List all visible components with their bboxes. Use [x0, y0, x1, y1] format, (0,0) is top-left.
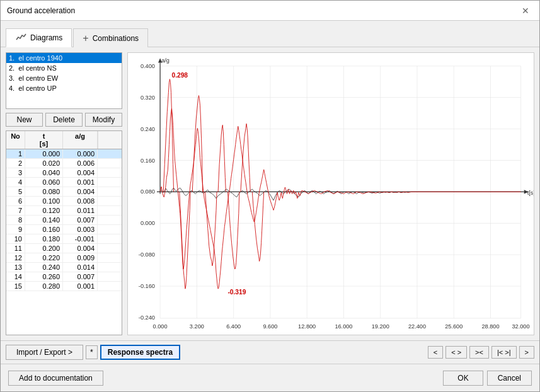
svg-rect-0 [128, 53, 534, 335]
window-title: Ground acceleration [7, 6, 75, 15]
svg-text:-0.240: -0.240 [139, 314, 155, 321]
bottom-left: Import / Export > * Response spectra [6, 345, 180, 360]
table-row[interactable]: 10.0000.000 [6, 149, 122, 159]
modify-button[interactable]: Modify [85, 113, 122, 127]
svg-text:6.400: 6.400 [226, 323, 241, 330]
table-row[interactable]: 100.180-0.001 [6, 234, 122, 244]
right-panel: .grid-line { stroke: #ddd; stroke-width:… [127, 52, 534, 335]
svg-text:19.200: 19.200 [372, 323, 389, 330]
asterisk-button[interactable]: * [86, 345, 98, 359]
tab-combinations[interactable]: + Combinations [73, 28, 148, 47]
table-row[interactable]: 60.1000.008 [6, 197, 122, 206]
chart-area: .grid-line { stroke: #ddd; stroke-width:… [127, 52, 534, 335]
svg-text:9.600: 9.600 [263, 323, 277, 330]
svg-text:16.000: 16.000 [335, 323, 352, 330]
diagrams-icon [15, 32, 26, 44]
tab-diagrams[interactable]: Diagrams [6, 28, 72, 47]
nav-end-button[interactable]: > [519, 346, 534, 359]
svg-text:32.000: 32.000 [512, 323, 530, 330]
action-buttons: New Delete Modify [6, 113, 122, 127]
svg-text:0.160: 0.160 [141, 158, 155, 164]
col-t: t [s] [25, 131, 63, 149]
title-bar: Ground acceleration ✕ [1, 1, 539, 21]
svg-text:12.800: 12.800 [298, 323, 316, 330]
svg-text:0.000: 0.000 [141, 220, 155, 226]
svg-text:0.240: 0.240 [141, 126, 155, 132]
tab-diagrams-label: Diagrams [30, 33, 62, 42]
nav-prev-button[interactable]: < > [445, 346, 467, 359]
tab-combinations-label: Combinations [93, 34, 139, 43]
svg-text:0.000: 0.000 [153, 323, 168, 330]
list-item[interactable]: 2. el centro NS [6, 63, 122, 73]
table-row[interactable]: 20.0200.006 [6, 159, 122, 168]
svg-text:28.800: 28.800 [481, 323, 499, 330]
close-button[interactable]: ✕ [518, 4, 533, 17]
import-export-button[interactable]: Import / Export > [6, 345, 83, 360]
nav-next-button[interactable]: >< [469, 346, 489, 359]
svg-text:-0.160: -0.160 [139, 283, 155, 289]
col-ag: a/g [63, 131, 98, 149]
table-row[interactable]: 40.0600.001 [6, 178, 122, 187]
accelerogram-list[interactable]: 1. el centro 1940 2. el centro NS 3. el … [6, 52, 122, 109]
nav-last-button[interactable]: |< >| [491, 346, 517, 359]
footer-bar: Add to documentation OK Cancel [1, 364, 539, 391]
table-row[interactable]: 90.1600.003 [6, 225, 122, 234]
new-button[interactable]: New [6, 113, 43, 127]
svg-text:0.320: 0.320 [141, 95, 155, 101]
list-item[interactable]: 3. el centro EW [6, 73, 122, 83]
max-value-label: 0.298 [172, 72, 188, 79]
footer-right: OK Cancel [443, 371, 532, 386]
nav-first-button[interactable]: < [428, 346, 443, 359]
col-no: No [6, 131, 25, 149]
svg-text:25.600: 25.600 [445, 323, 462, 330]
svg-text:0.400: 0.400 [141, 63, 155, 69]
table-row[interactable]: 80.1400.007 [6, 216, 122, 225]
table-row[interactable]: 130.2400.014 [6, 263, 122, 272]
cancel-button[interactable]: Cancel [487, 371, 532, 386]
svg-text:22.400: 22.400 [408, 323, 426, 330]
table-row[interactable]: 110.2000.004 [6, 244, 122, 253]
table-row[interactable]: 70.1200.011 [6, 206, 122, 216]
ok-button[interactable]: OK [443, 371, 483, 386]
add-to-documentation-button[interactable]: Add to documentation [8, 371, 103, 386]
svg-text:-0.080: -0.080 [139, 251, 155, 258]
min-value-label: -0.319 [227, 288, 246, 295]
response-spectra-button[interactable]: Response spectra [100, 345, 180, 360]
content-area: 1. el centro 1940 2. el centro NS 3. el … [1, 47, 539, 340]
bottom-bar: Import / Export > * Response spectra < <… [1, 340, 539, 364]
delete-button[interactable]: Delete [45, 113, 83, 127]
table-row[interactable]: 150.2800.001 [6, 282, 122, 291]
data-table: No t [s] a/g 10.0000.000 20.0200.006 30.… [6, 130, 122, 335]
svg-text:3.200: 3.200 [190, 323, 204, 330]
tabs-bar: Diagrams + Combinations [1, 21, 539, 47]
table-row[interactable]: 50.0800.004 [6, 187, 122, 197]
chart-svg: .grid-line { stroke: #ddd; stroke-width:… [128, 53, 534, 335]
table-row[interactable]: 120.2200.009 [6, 253, 122, 263]
x-axis-label: t[s] [527, 189, 534, 195]
list-item[interactable]: 1. el centro 1940 [6, 53, 122, 63]
table-body[interactable]: 10.0000.000 20.0200.006 30.0400.004 40.0… [6, 149, 122, 335]
y-axis-label: a/g [161, 57, 169, 63]
nav-buttons: < < > >< |< >| > [428, 346, 534, 359]
left-panel: 1. el centro 1940 2. el centro NS 3. el … [6, 52, 122, 335]
table-header: No t [s] a/g [6, 131, 122, 149]
main-window: Ground acceleration ✕ Diagrams + Combina… [0, 0, 540, 392]
table-row[interactable]: 140.2600.007 [6, 272, 122, 282]
combinations-icon: + [83, 33, 88, 44]
table-row[interactable]: 30.0400.004 [6, 168, 122, 178]
list-item[interactable]: 4. el centro UP [6, 83, 122, 93]
scrollbar-spacer [98, 131, 109, 149]
svg-text:0.080: 0.080 [141, 188, 155, 195]
footer-left: Add to documentation [8, 371, 103, 386]
